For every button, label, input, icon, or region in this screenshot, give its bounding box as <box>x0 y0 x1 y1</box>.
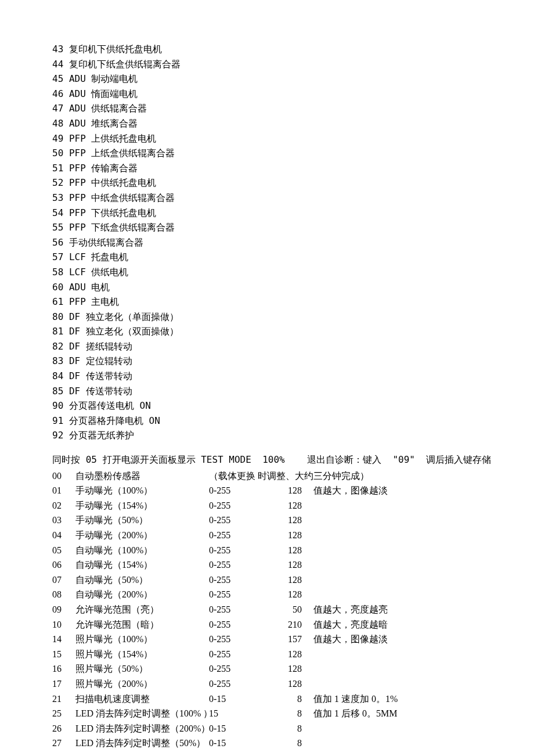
param-code: 00 <box>52 469 75 484</box>
code-line: 49 PFP 上供纸托盘电机 <box>52 131 482 146</box>
param-range: 0-255 <box>209 647 267 662</box>
param-range: 0-255 <box>209 483 267 498</box>
param-code: 14 <box>52 632 75 647</box>
param-remark: 值加 1 速度加 0。1% <box>302 692 398 707</box>
section-header: 同时按 05 打开电源开关面板显示 TEST MODE 100% 退出自诊断：键… <box>52 452 482 467</box>
param-name: 照片曝光（200%） <box>75 676 209 692</box>
code-line: 81 DF 独立老化（双面操做） <box>52 324 482 339</box>
param-range: 0-255 <box>209 498 267 513</box>
param-default: 128 <box>267 676 302 692</box>
param-range: 0-255 <box>209 676 267 692</box>
param-name: 照片曝光（50%） <box>75 661 209 676</box>
param-remark <box>302 573 313 588</box>
param-default: 157 <box>267 632 302 647</box>
param-row: 00 自动墨粉传感器 （载体更换 时调整、大约三分钟完成） <box>52 469 482 484</box>
param-remark <box>302 721 313 736</box>
code-line: 91 分页器格升降电机 ON <box>52 413 482 429</box>
code-line: 53 PFP 中纸盒供纸辊离合器 <box>52 190 482 206</box>
param-remark <box>302 543 313 558</box>
param-range: 0-255 <box>209 573 267 588</box>
code-line: 84 DF 传送带转动 <box>52 369 482 384</box>
param-remark <box>302 528 313 543</box>
code-line: 46 ADU 惰面端电机 <box>52 87 482 102</box>
param-name: 手动曝光（200%） <box>75 528 209 543</box>
param-name: 自动曝光（50%） <box>75 573 209 588</box>
param-name: 手动曝光（154%） <box>75 498 209 513</box>
param-remark <box>302 587 313 602</box>
param-name: 允许曝光范围（暗） <box>75 617 209 632</box>
param-row: 06自动曝光（154%）0-255128 <box>52 557 482 573</box>
param-row: 25LED 消去阵列定时调整（100% ）158值加 1 后移 0。5MM <box>52 706 482 721</box>
param-code: 26 <box>52 721 75 736</box>
code-line: 51 PFP 传输离合器 <box>52 161 482 176</box>
code-line: 47 ADU 供纸辊离合器 <box>52 101 482 116</box>
param-default: 128 <box>267 661 302 676</box>
param-name: 照片曝光（154%） <box>75 647 209 662</box>
param-range: 0-15 <box>209 736 267 751</box>
param-name: 允许曝光范围（亮） <box>75 602 209 617</box>
param-remark <box>302 676 313 692</box>
param-default: 128 <box>267 483 302 498</box>
param-range: 15 <box>209 706 267 721</box>
code-line: 55 PFP 下纸盒供纸辊离合器 <box>52 220 482 235</box>
param-code: 08 <box>52 587 75 602</box>
param-name: LED 消去阵列定时调整（100% ） <box>75 706 209 721</box>
param-range: 0-255 <box>209 513 267 528</box>
param-row: 10允许曝光范围（暗）0-255210值越大，亮度越暗 <box>52 617 482 632</box>
param-remark <box>302 513 313 528</box>
param-range: 0-15 <box>209 721 267 736</box>
param-remark <box>302 557 313 573</box>
param-code: 07 <box>52 573 75 588</box>
param-default: 8 <box>267 736 302 751</box>
code-line: 58 LCF 供纸电机 <box>52 265 482 280</box>
param-remark: 值越大，图像越淡 <box>302 632 388 647</box>
code-line: 57 LCF 托盘电机 <box>52 250 482 265</box>
code-list: 43 复印机下供纸托盘电机44 复印机下纸盒供纸辊离合器45 ADU 制动端电机… <box>52 42 482 443</box>
param-row: 09允许曝光范围（亮）0-25550值越大，亮度越亮 <box>52 602 482 617</box>
param-name: 手动曝光（50%） <box>75 513 209 528</box>
param-code: 01 <box>52 483 75 498</box>
param-range: 0-255 <box>209 557 267 573</box>
param-row: 05自动曝光（100%）0-255128 <box>52 543 482 558</box>
param-remark: 值越大，图像越淡 <box>302 483 388 498</box>
param-name: 手动曝光（100%） <box>75 483 209 498</box>
param-name: 照片曝光（100%） <box>75 632 209 647</box>
param-remark: 值加 1 后移 0。5MM <box>302 706 397 721</box>
param-range: 0-255 <box>209 661 267 676</box>
param-default: 50 <box>267 602 302 617</box>
param-code: 21 <box>52 692 75 707</box>
param-row: 17照片曝光（200%）0-255128 <box>52 676 482 692</box>
param-range: 0-255 <box>209 602 267 617</box>
param-code: 17 <box>52 676 75 692</box>
param-code: 15 <box>52 647 75 662</box>
code-line: 52 PFP 中供纸托盘电机 <box>52 175 482 190</box>
param-row: 16照片曝光（50%）0-255128 <box>52 661 482 676</box>
param-default: 128 <box>267 647 302 662</box>
param-default: 8 <box>267 721 302 736</box>
param-code: 09 <box>52 602 75 617</box>
code-line: 90 分页器传送电机 ON <box>52 398 482 413</box>
param-name: 自动曝光（100%） <box>75 543 209 558</box>
param-code: 25 <box>52 706 75 721</box>
code-line: 48 ADU 堆纸离合器 <box>52 116 482 131</box>
param-code: 27 <box>52 736 75 751</box>
param-remark <box>302 647 313 662</box>
code-line: 50 PFP 上纸盒供纸辊离合器 <box>52 146 482 161</box>
param-list: 01手动曝光（100%）0-255128值越大，图像越淡02手动曝光（154%）… <box>52 483 482 751</box>
param-default: 128 <box>267 557 302 573</box>
param-code: 16 <box>52 661 75 676</box>
param-range: 0-255 <box>209 543 267 558</box>
param-default: 8 <box>267 692 302 707</box>
param-row: 14照片曝光（100%）0-255157值越大，图像越淡 <box>52 632 482 647</box>
code-line: 80 DF 独立老化（单面操做） <box>52 309 482 325</box>
param-name: 自动曝光（154%） <box>75 557 209 573</box>
code-line: 92 分页器无纸养护 <box>52 428 482 443</box>
param-range: 0-255 <box>209 528 267 543</box>
param-range: 0-255 <box>209 632 267 647</box>
param-default: 128 <box>267 573 302 588</box>
param-row: 15照片曝光（154%）0-255128 <box>52 647 482 662</box>
param-code: 02 <box>52 498 75 513</box>
param-default: 128 <box>267 528 302 543</box>
code-line: 54 PFP 下供纸托盘电机 <box>52 206 482 221</box>
param-default: 128 <box>267 513 302 528</box>
